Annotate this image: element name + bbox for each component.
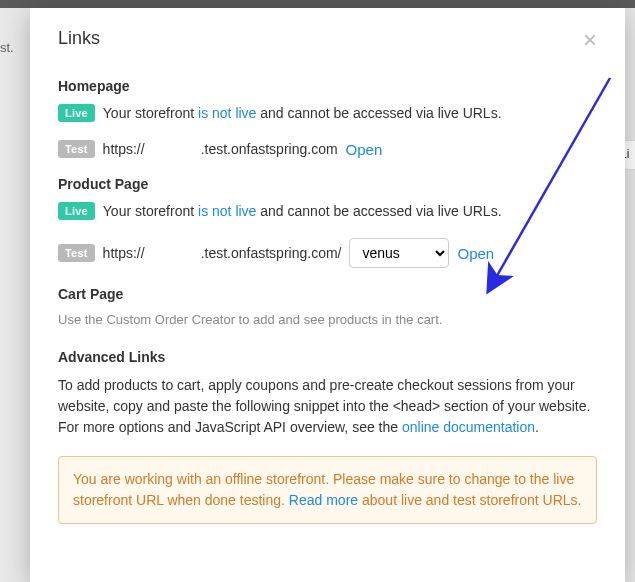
product-live-text: Your storefront is not live and cannot b… [103,203,502,219]
bg-top-bar [0,0,635,8]
homepage-scheme: https:// [103,141,145,157]
product-select[interactable]: venus [349,238,449,268]
close-icon[interactable]: × [583,28,597,52]
product-live-row: Live Your storefront is not live and can… [58,202,597,220]
modal-title: Links [58,28,100,49]
homepage-open-link[interactable]: Open [346,141,383,158]
homepage-pre: Your storefront [103,105,198,121]
alert-read-more-link[interactable]: Read more [289,492,358,508]
homepage-test-row: Test https:// .test.onfastspring.com Ope… [58,140,597,158]
live-badge: Live [58,202,95,220]
test-badge: Test [58,140,95,158]
product-pre: Your storefront [103,203,198,219]
test-badge: Test [58,244,95,262]
product-scheme: https:// [103,245,145,261]
product-open-link[interactable]: Open [457,245,494,262]
modal-header: Links × [58,28,597,52]
cart-hint: Use the Custom Order Creator to add and … [58,312,597,327]
advanced-p2: . [535,419,539,435]
product-heading: Product Page [58,176,597,192]
homepage-live-text: Your storefront is not live and cannot b… [103,105,502,121]
bg-left-fragment: st. [0,40,30,55]
alert-t2: about live and test storefront URLs. [358,492,581,508]
homepage-heading: Homepage [58,78,597,94]
product-domain: .test.onfastspring.com/ [201,245,342,261]
offline-alert: You are working with an offline storefro… [58,456,597,524]
advanced-paragraph: To add products to cart, apply coupons a… [58,375,597,438]
cart-heading: Cart Page [58,286,597,302]
homepage-live-row: Live Your storefront is not live and can… [58,104,597,122]
homepage-domain: .test.onfastspring.com [201,141,338,157]
online-documentation-link[interactable]: online documentation [402,419,535,435]
advanced-heading: Advanced Links [58,349,597,365]
live-badge: Live [58,104,95,122]
product-not-live: is not live [198,203,256,219]
homepage-post: and cannot be accessed via live URLs. [256,105,501,121]
product-post: and cannot be accessed via live URLs. [256,203,501,219]
homepage-not-live: is not live [198,105,256,121]
product-test-row: Test https:// .test.onfastspring.com/ ve… [58,238,597,268]
links-modal: Links × Homepage Live Your storefront is… [30,8,625,582]
